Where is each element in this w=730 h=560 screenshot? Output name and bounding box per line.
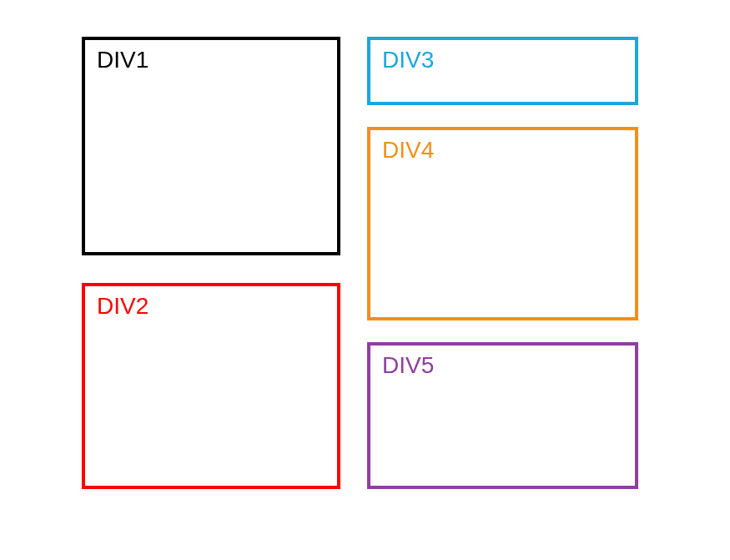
div4-box: DIV4 [367,127,638,320]
div5-label: DIV5 [382,352,434,378]
div3-label: DIV3 [382,47,434,73]
div4-label: DIV4 [382,137,434,163]
div2-label: DIV2 [97,293,149,319]
div2-box: DIV2 [82,283,340,489]
div1-box: DIV1 [82,37,340,255]
div3-box: DIV3 [367,37,638,105]
div1-label: DIV1 [97,47,149,73]
div5-box: DIV5 [367,342,638,489]
